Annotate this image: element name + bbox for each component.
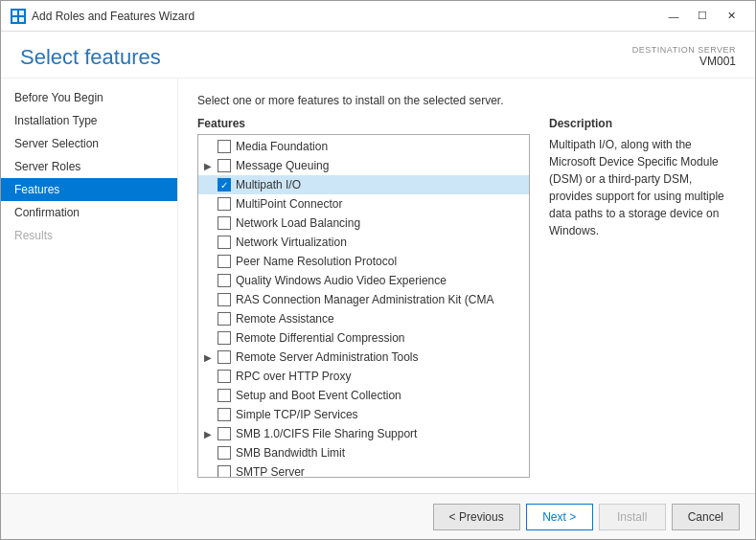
feature-checkbox[interactable] bbox=[218, 427, 231, 440]
feature-checkbox[interactable] bbox=[218, 197, 231, 211]
feature-label: Media Foundation bbox=[236, 140, 328, 153]
feature-checkbox[interactable] bbox=[218, 370, 231, 383]
sidebar: Before You BeginInstallation TypeServer … bbox=[1, 79, 178, 493]
feature-checkbox[interactable] bbox=[218, 236, 231, 249]
feature-checkbox[interactable] bbox=[218, 389, 231, 402]
maximize-button[interactable]: ☐ bbox=[688, 7, 717, 26]
feature-item[interactable]: Quality Windows Audio Video Experience bbox=[198, 271, 529, 290]
feature-item[interactable]: Network Virtualization bbox=[198, 233, 529, 252]
feature-label: Remote Differential Compression bbox=[236, 331, 405, 345]
feature-item[interactable]: ▶Message Queuing bbox=[198, 156, 529, 175]
feature-label: RPC over HTTP Proxy bbox=[236, 370, 351, 383]
sidebar-item-before-you-begin[interactable]: Before You Begin bbox=[1, 86, 177, 109]
feature-item[interactable]: ✓Multipath I/O bbox=[198, 175, 529, 194]
description-panel: Description Multipath I/O, along with th… bbox=[549, 117, 736, 478]
feature-label: Network Load Balancing bbox=[236, 216, 360, 230]
feature-checkbox[interactable] bbox=[218, 159, 231, 172]
description-text: Multipath I/O, along with the Microsoft … bbox=[549, 136, 736, 239]
feature-label: SMB 1.0/CIFS File Sharing Support bbox=[236, 427, 417, 440]
previous-button[interactable]: < Previous bbox=[433, 504, 520, 530]
feature-checkbox[interactable] bbox=[218, 465, 231, 478]
svg-rect-2 bbox=[12, 17, 17, 22]
feature-label: Peer Name Resolution Protocol bbox=[236, 255, 397, 268]
minimize-button[interactable]: — bbox=[659, 7, 688, 26]
features-list: Media Foundation▶Message Queuing✓Multipa… bbox=[198, 135, 529, 478]
feature-label: Remote Server Administration Tools bbox=[236, 350, 419, 364]
feature-label: SMB Bandwidth Limit bbox=[236, 446, 345, 460]
instructions-text: Select one or more features to install o… bbox=[197, 94, 736, 107]
feature-checkbox[interactable] bbox=[218, 293, 231, 306]
footer: < Previous Next > Install Cancel bbox=[1, 493, 755, 539]
server-name: VM001 bbox=[632, 55, 736, 68]
feature-item[interactable]: Peer Name Resolution Protocol bbox=[198, 252, 529, 271]
svg-rect-1 bbox=[19, 11, 24, 15]
sidebar-item-server-roles[interactable]: Server Roles bbox=[1, 155, 177, 178]
sidebar-item-features[interactable]: Features bbox=[1, 178, 177, 201]
feature-label: Multipath I/O bbox=[236, 178, 301, 191]
app-icon bbox=[11, 9, 26, 24]
feature-label: SMTP Server bbox=[236, 465, 305, 478]
feature-label: RAS Connection Manager Administration Ki… bbox=[236, 293, 493, 306]
svg-rect-3 bbox=[19, 17, 24, 22]
main-panel: Select one or more features to install o… bbox=[178, 79, 755, 493]
main-window: Add Roles and Features Wizard — ☐ ✕ Sele… bbox=[0, 0, 756, 540]
cancel-button[interactable]: Cancel bbox=[672, 504, 740, 530]
features-list-container[interactable]: Media Foundation▶Message Queuing✓Multipa… bbox=[197, 134, 530, 478]
svg-rect-0 bbox=[12, 11, 17, 15]
page-title: Select features bbox=[20, 45, 161, 70]
feature-item[interactable]: RAS Connection Manager Administration Ki… bbox=[198, 290, 529, 309]
sidebar-item-confirmation[interactable]: Confirmation bbox=[1, 201, 177, 224]
feature-item[interactable]: Remote Differential Compression bbox=[198, 328, 529, 348]
feature-label: Network Virtualization bbox=[236, 236, 347, 249]
features-header: Features bbox=[197, 117, 530, 130]
feature-label: Setup and Boot Event Collection bbox=[236, 389, 401, 402]
sidebar-item-installation-type[interactable]: Installation Type bbox=[1, 109, 177, 132]
destination-server: DESTINATION SERVER VM001 bbox=[632, 45, 736, 68]
feature-label: Simple TCP/IP Services bbox=[236, 408, 358, 421]
feature-item[interactable]: MultiPoint Connector bbox=[198, 194, 529, 214]
sidebar-item-server-selection[interactable]: Server Selection bbox=[1, 132, 177, 155]
header-area: Select features DESTINATION SERVER VM001 bbox=[1, 32, 755, 79]
feature-checkbox[interactable] bbox=[218, 274, 231, 287]
feature-checkbox[interactable] bbox=[218, 216, 231, 230]
feature-checkbox[interactable] bbox=[218, 140, 231, 153]
feature-item[interactable]: Network Load Balancing bbox=[198, 214, 529, 233]
expand-arrow-icon: ▶ bbox=[204, 429, 218, 439]
feature-label: MultiPoint Connector bbox=[236, 197, 342, 211]
sidebar-item-results: Results bbox=[1, 224, 177, 247]
two-column-layout: Features Media Foundation▶Message Queuin… bbox=[197, 117, 736, 478]
features-panel: Features Media Foundation▶Message Queuin… bbox=[197, 117, 530, 478]
description-header: Description bbox=[549, 117, 736, 130]
feature-item[interactable]: RPC over HTTP Proxy bbox=[198, 367, 529, 386]
feature-label: Remote Assistance bbox=[236, 312, 334, 326]
expand-arrow-icon: ▶ bbox=[204, 352, 218, 363]
feature-item[interactable]: Simple TCP/IP Services bbox=[198, 405, 529, 424]
feature-item[interactable]: Media Foundation bbox=[198, 137, 529, 156]
feature-item[interactable]: Setup and Boot Event Collection bbox=[198, 386, 529, 405]
feature-checkbox[interactable] bbox=[218, 255, 231, 268]
destination-label: DESTINATION SERVER bbox=[632, 45, 736, 55]
feature-item[interactable]: ▶SMB 1.0/CIFS File Sharing Support bbox=[198, 424, 529, 443]
feature-item[interactable]: SMB Bandwidth Limit bbox=[198, 443, 529, 462]
feature-item[interactable]: SMTP Server bbox=[198, 462, 529, 478]
close-button[interactable]: ✕ bbox=[717, 7, 745, 26]
expand-arrow-icon: ▶ bbox=[204, 161, 218, 171]
feature-label: Message Queuing bbox=[236, 159, 329, 172]
feature-checkbox[interactable] bbox=[218, 331, 231, 345]
titlebar-left: Add Roles and Features Wizard bbox=[11, 9, 195, 24]
feature-checkbox[interactable] bbox=[218, 408, 231, 421]
feature-item[interactable]: ▶Remote Server Administration Tools bbox=[198, 348, 529, 367]
feature-checkbox[interactable]: ✓ bbox=[218, 178, 231, 191]
titlebar: Add Roles and Features Wizard — ☐ ✕ bbox=[1, 1, 755, 32]
feature-checkbox[interactable] bbox=[218, 312, 231, 326]
next-button[interactable]: Next > bbox=[526, 504, 593, 530]
install-button[interactable]: Install bbox=[599, 504, 666, 530]
content-area: Before You BeginInstallation TypeServer … bbox=[1, 79, 755, 493]
feature-label: Quality Windows Audio Video Experience bbox=[236, 274, 447, 287]
window-controls: — ☐ ✕ bbox=[659, 7, 745, 26]
feature-checkbox[interactable] bbox=[218, 350, 231, 364]
feature-checkbox[interactable] bbox=[218, 446, 231, 460]
window-title: Add Roles and Features Wizard bbox=[32, 10, 195, 23]
feature-item[interactable]: Remote Assistance bbox=[198, 309, 529, 328]
